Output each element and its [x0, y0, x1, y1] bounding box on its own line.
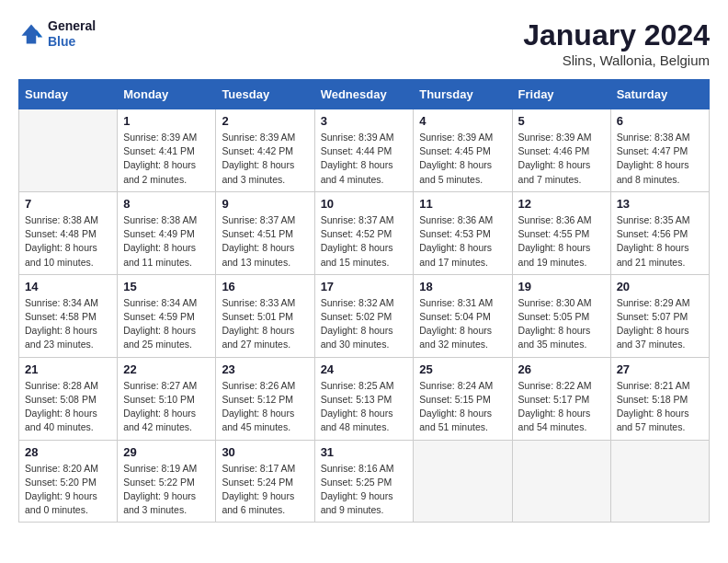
calendar-cell: 8Sunrise: 8:38 AMSunset: 4:49 PMDaylight…	[118, 191, 216, 274]
day-number: 20	[617, 280, 703, 293]
day-info: Sunrise: 8:31 AMSunset: 5:04 PMDaylight:…	[419, 296, 506, 352]
calendar-cell: 9Sunrise: 8:37 AMSunset: 4:51 PMDaylight…	[216, 191, 314, 274]
day-number: 13	[617, 197, 703, 211]
calendar-cell: 4Sunrise: 8:39 AMSunset: 4:45 PMDaylight…	[414, 109, 512, 192]
calendar-cell	[512, 440, 610, 523]
day-number: 25	[419, 362, 506, 376]
calendar-cell: 25Sunrise: 8:24 AMSunset: 5:15 PMDayligh…	[414, 357, 512, 440]
logo-icon	[18, 21, 44, 47]
calendar-week-row: 7Sunrise: 8:38 AMSunset: 4:48 PMDaylight…	[19, 191, 710, 274]
day-number: 2	[222, 114, 308, 128]
day-number: 1	[123, 114, 210, 128]
calendar-cell: 30Sunrise: 8:17 AMSunset: 5:24 PMDayligh…	[216, 440, 314, 523]
day-number: 27	[617, 362, 703, 376]
day-number: 15	[123, 280, 210, 293]
day-number: 8	[123, 197, 210, 211]
calendar-week-row: 1Sunrise: 8:39 AMSunset: 4:41 PMDaylight…	[19, 109, 710, 192]
day-info: Sunrise: 8:28 AMSunset: 5:08 PMDaylight:…	[25, 379, 111, 435]
day-info: Sunrise: 8:21 AMSunset: 5:18 PMDaylight:…	[617, 379, 703, 435]
day-info: Sunrise: 8:34 AMSunset: 4:58 PMDaylight:…	[25, 296, 111, 352]
day-number: 9	[222, 197, 308, 211]
day-number: 29	[123, 445, 210, 459]
calendar-table: SundayMondayTuesdayWednesdayThursdayFrid…	[18, 79, 710, 523]
calendar-cell: 14Sunrise: 8:34 AMSunset: 4:58 PMDayligh…	[19, 274, 118, 357]
day-info: Sunrise: 8:39 AMSunset: 4:41 PMDaylight:…	[123, 131, 210, 187]
day-info: Sunrise: 8:27 AMSunset: 5:10 PMDaylight:…	[123, 379, 210, 435]
calendar-cell: 20Sunrise: 8:29 AMSunset: 5:07 PMDayligh…	[610, 274, 709, 357]
calendar-cell: 16Sunrise: 8:33 AMSunset: 5:01 PMDayligh…	[216, 274, 314, 357]
day-number: 7	[25, 197, 111, 211]
page-header: General Blue January 2024 Slins, Walloni…	[18, 18, 710, 68]
calendar-cell: 2Sunrise: 8:39 AMSunset: 4:42 PMDaylight…	[216, 109, 314, 192]
day-info: Sunrise: 8:39 AMSunset: 4:46 PMDaylight:…	[518, 131, 605, 187]
column-header-friday: Friday	[512, 80, 610, 109]
day-info: Sunrise: 8:36 AMSunset: 4:53 PMDaylight:…	[419, 213, 506, 270]
logo-text: General Blue	[48, 18, 96, 50]
day-number: 14	[25, 280, 111, 293]
day-number: 11	[419, 197, 506, 211]
day-info: Sunrise: 8:29 AMSunset: 5:07 PMDaylight:…	[617, 296, 703, 352]
day-number: 16	[222, 280, 308, 293]
calendar-cell: 29Sunrise: 8:19 AMSunset: 5:22 PMDayligh…	[118, 440, 216, 523]
calendar-cell: 15Sunrise: 8:34 AMSunset: 4:59 PMDayligh…	[118, 274, 216, 357]
day-number: 26	[518, 362, 605, 376]
column-header-thursday: Thursday	[414, 80, 512, 109]
day-info: Sunrise: 8:32 AMSunset: 5:02 PMDaylight:…	[321, 296, 408, 352]
calendar-cell: 1Sunrise: 8:39 AMSunset: 4:41 PMDaylight…	[118, 109, 216, 192]
day-number: 19	[518, 280, 605, 293]
calendar-cell: 5Sunrise: 8:39 AMSunset: 4:46 PMDaylight…	[512, 109, 610, 192]
calendar-cell: 21Sunrise: 8:28 AMSunset: 5:08 PMDayligh…	[19, 357, 118, 440]
day-info: Sunrise: 8:35 AMSunset: 4:56 PMDaylight:…	[617, 213, 703, 270]
calendar-cell	[414, 440, 512, 523]
calendar-cell: 10Sunrise: 8:37 AMSunset: 4:52 PMDayligh…	[314, 191, 414, 274]
calendar-cell: 31Sunrise: 8:16 AMSunset: 5:25 PMDayligh…	[314, 440, 414, 523]
day-info: Sunrise: 8:38 AMSunset: 4:47 PMDaylight:…	[617, 131, 703, 187]
day-info: Sunrise: 8:20 AMSunset: 5:20 PMDaylight:…	[25, 462, 111, 518]
column-header-tuesday: Tuesday	[216, 80, 314, 109]
calendar-cell	[19, 109, 118, 192]
day-info: Sunrise: 8:38 AMSunset: 4:49 PMDaylight:…	[123, 213, 210, 270]
day-number: 31	[321, 445, 408, 459]
month-title: January 2024	[523, 18, 710, 52]
calendar-cell	[610, 440, 709, 523]
day-info: Sunrise: 8:36 AMSunset: 4:55 PMDaylight:…	[518, 213, 605, 270]
logo: General Blue	[18, 18, 96, 50]
day-number: 12	[518, 197, 605, 211]
day-number: 30	[222, 445, 308, 459]
calendar-cell: 6Sunrise: 8:38 AMSunset: 4:47 PMDaylight…	[610, 109, 709, 192]
day-number: 23	[222, 362, 308, 376]
calendar-cell: 12Sunrise: 8:36 AMSunset: 4:55 PMDayligh…	[512, 191, 610, 274]
day-number: 18	[419, 280, 506, 293]
day-number: 28	[25, 445, 111, 459]
day-number: 5	[518, 114, 605, 128]
calendar-week-row: 14Sunrise: 8:34 AMSunset: 4:58 PMDayligh…	[19, 274, 710, 357]
calendar-cell: 27Sunrise: 8:21 AMSunset: 5:18 PMDayligh…	[610, 357, 709, 440]
day-number: 6	[617, 114, 703, 128]
calendar-cell: 23Sunrise: 8:26 AMSunset: 5:12 PMDayligh…	[216, 357, 314, 440]
day-number: 10	[321, 197, 408, 211]
day-info: Sunrise: 8:37 AMSunset: 4:52 PMDaylight:…	[321, 213, 408, 270]
calendar-week-row: 28Sunrise: 8:20 AMSunset: 5:20 PMDayligh…	[19, 440, 710, 523]
calendar-cell: 11Sunrise: 8:36 AMSunset: 4:53 PMDayligh…	[414, 191, 512, 274]
day-info: Sunrise: 8:24 AMSunset: 5:15 PMDaylight:…	[419, 379, 506, 435]
day-number: 17	[321, 280, 408, 293]
day-info: Sunrise: 8:19 AMSunset: 5:22 PMDaylight:…	[123, 462, 210, 518]
day-info: Sunrise: 8:17 AMSunset: 5:24 PMDaylight:…	[222, 462, 308, 518]
day-number: 21	[25, 362, 111, 376]
day-number: 22	[123, 362, 210, 376]
calendar-cell: 24Sunrise: 8:25 AMSunset: 5:13 PMDayligh…	[314, 357, 414, 440]
calendar-cell: 28Sunrise: 8:20 AMSunset: 5:20 PMDayligh…	[19, 440, 118, 523]
column-header-monday: Monday	[118, 80, 216, 109]
day-info: Sunrise: 8:34 AMSunset: 4:59 PMDaylight:…	[123, 296, 210, 352]
day-number: 4	[419, 114, 506, 128]
day-info: Sunrise: 8:16 AMSunset: 5:25 PMDaylight:…	[321, 462, 408, 518]
day-info: Sunrise: 8:26 AMSunset: 5:12 PMDaylight:…	[222, 379, 308, 435]
day-info: Sunrise: 8:39 AMSunset: 4:42 PMDaylight:…	[222, 131, 308, 187]
day-number: 24	[321, 362, 408, 376]
day-info: Sunrise: 8:30 AMSunset: 5:05 PMDaylight:…	[518, 296, 605, 352]
location-subtitle: Slins, Wallonia, Belgium	[523, 52, 710, 68]
calendar-cell: 19Sunrise: 8:30 AMSunset: 5:05 PMDayligh…	[512, 274, 610, 357]
day-info: Sunrise: 8:39 AMSunset: 4:45 PMDaylight:…	[419, 131, 506, 187]
calendar-cell: 3Sunrise: 8:39 AMSunset: 4:44 PMDaylight…	[314, 109, 414, 192]
day-info: Sunrise: 8:37 AMSunset: 4:51 PMDaylight:…	[222, 213, 308, 270]
